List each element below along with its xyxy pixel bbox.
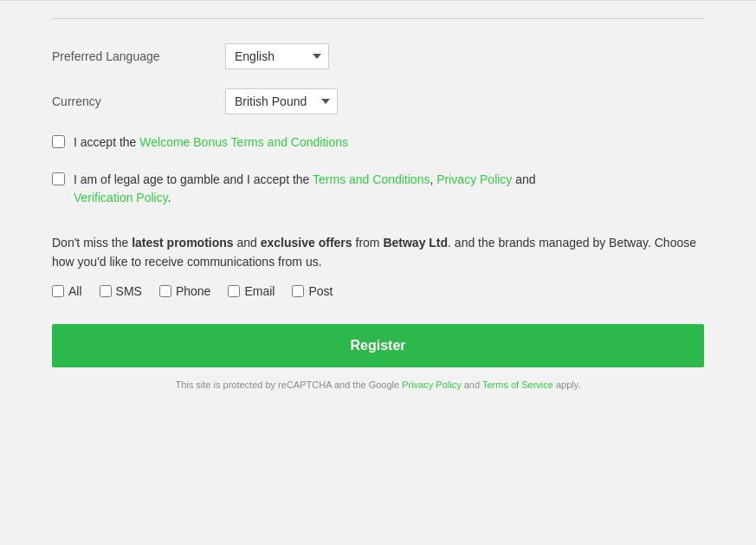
comm-option-post[interactable]: Post — [292, 284, 333, 298]
comm-option-phone[interactable]: Phone — [159, 284, 210, 298]
legal-age-row: I am of legal age to gamble and I accept… — [52, 171, 704, 207]
recaptcha-text: This site is protected by reCAPTCHA and … — [52, 380, 704, 390]
betway-ltd-text: Betway Ltd — [383, 236, 448, 250]
comm-phone-checkbox[interactable] — [159, 285, 171, 297]
comm-option-sms[interactable]: SMS — [100, 284, 142, 298]
comm-all-checkbox[interactable] — [52, 285, 64, 297]
terms-link[interactable]: Terms and Conditions — [313, 172, 430, 186]
preferred-language-row: Preferred Language English Spanish Frenc… — [52, 43, 704, 69]
comm-email-checkbox[interactable] — [228, 285, 240, 297]
register-button[interactable]: Register — [52, 324, 704, 367]
currency-row: Currency British Pound Euro US Dollar — [52, 88, 704, 114]
latest-promotions-text: latest promotions — [132, 236, 233, 250]
exclusive-offers-text: exclusive offers — [261, 236, 352, 250]
recaptcha-privacy-link[interactable]: Privacy Policy — [402, 380, 461, 390]
privacy-link[interactable]: Privacy Policy — [436, 172, 512, 186]
comm-sms-checkbox[interactable] — [100, 285, 112, 297]
verification-link[interactable]: Verification Policy — [74, 191, 168, 204]
welcome-bonus-link[interactable]: Welcome Bonus Terms and Conditions — [139, 135, 348, 149]
welcome-bonus-checkbox[interactable] — [52, 135, 65, 148]
legal-age-label: I am of legal age to gamble and I accept… — [74, 171, 536, 207]
promo-text: Don't miss the latest promotions and exc… — [52, 233, 704, 272]
currency-select[interactable]: British Pound Euro US Dollar — [225, 88, 338, 114]
language-select[interactable]: English Spanish French German — [225, 43, 329, 69]
welcome-bonus-label: I accept the Welcome Bonus Terms and Con… — [74, 133, 348, 152]
comm-option-email[interactable]: Email — [228, 284, 275, 298]
preferred-language-label: Preferred Language — [52, 49, 225, 63]
currency-label: Currency — [52, 94, 225, 108]
comm-post-checkbox[interactable] — [292, 285, 304, 297]
promotions-section: Don't miss the latest promotions and exc… — [52, 233, 704, 298]
main-container: Preferred Language English Spanish Frenc… — [0, 0, 756, 545]
welcome-bonus-row: I accept the Welcome Bonus Terms and Con… — [52, 133, 704, 152]
legal-age-checkbox[interactable] — [52, 172, 65, 185]
communication-options: All SMS Phone Email Post — [52, 284, 704, 298]
recaptcha-terms-link[interactable]: Terms of Service — [482, 380, 553, 390]
top-divider — [52, 18, 704, 19]
comm-option-all[interactable]: All — [52, 284, 82, 298]
